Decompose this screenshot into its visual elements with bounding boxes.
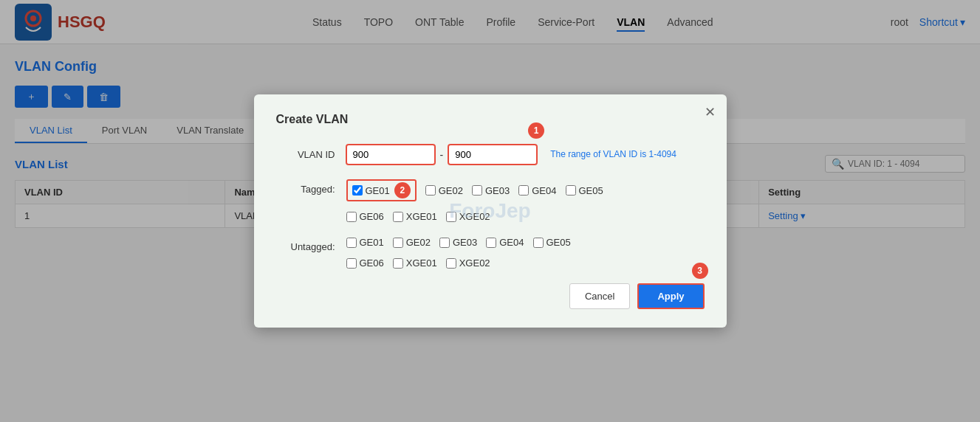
untagged-ge02[interactable]: GE02 bbox=[393, 237, 431, 248]
untagged-ge02-label: GE02 bbox=[406, 237, 431, 248]
untagged-ge04[interactable]: GE04 bbox=[486, 237, 524, 248]
apply-button[interactable]: Apply bbox=[637, 283, 704, 309]
untagged-ge03-checkbox[interactable] bbox=[439, 238, 450, 248]
untagged-xge02-label: XGE02 bbox=[459, 257, 490, 269]
tagged-label: Tagged: bbox=[276, 179, 335, 195]
tagged-row: Tagged: GE01 2 GE02 GE03 bbox=[276, 179, 705, 222]
untagged-xge01-label: XGE01 bbox=[406, 257, 437, 269]
tagged-ge05[interactable]: GE05 bbox=[566, 185, 603, 196]
tagged-ge02[interactable]: GE02 bbox=[425, 185, 463, 196]
untagged-ge02-checkbox[interactable] bbox=[393, 238, 403, 248]
untagged-xge01[interactable]: XGE01 bbox=[393, 257, 437, 269]
untagged-label: Untagged: bbox=[276, 237, 335, 252]
step2-badge: 2 bbox=[394, 182, 411, 198]
untagged-ge03[interactable]: GE03 bbox=[439, 237, 477, 248]
untagged-ge05-label: GE05 bbox=[546, 237, 571, 248]
tagged-ge06-label: GE06 bbox=[360, 211, 384, 222]
create-vlan-dialog: Create VLAN ✕ VLAN ID - 1 The range of V… bbox=[254, 94, 727, 328]
untagged-ge01[interactable]: GE01 bbox=[346, 237, 384, 248]
tagged-ge01-checkbox[interactable] bbox=[352, 185, 363, 196]
tagged-ge02-label: GE02 bbox=[439, 185, 463, 196]
vlan-id-start-input[interactable] bbox=[346, 145, 435, 165]
tagged-ge04-label: GE04 bbox=[532, 185, 556, 196]
untagged-xge02-checkbox[interactable] bbox=[446, 258, 456, 269]
vlan-id-label: VLAN ID bbox=[276, 145, 335, 160]
untagged-ge05-checkbox[interactable] bbox=[533, 238, 544, 248]
tagged-xge01[interactable]: XGE01 bbox=[393, 211, 437, 222]
step3-badge: 3 bbox=[692, 263, 708, 279]
tagged-checkbox-row: GE01 2 GE02 GE03 GE04 bbox=[346, 179, 705, 201]
untagged-ge06-checkbox[interactable] bbox=[346, 258, 357, 269]
tagged-ge05-label: GE05 bbox=[579, 185, 603, 196]
untagged-xge02[interactable]: XGE02 bbox=[446, 257, 490, 269]
vlan-id-group: - 1 bbox=[346, 145, 538, 165]
tagged-ge05-checkbox[interactable] bbox=[566, 185, 576, 196]
tagged-ge03[interactable]: GE03 bbox=[472, 185, 510, 196]
tagged-ge01-label: GE01 bbox=[366, 185, 390, 196]
tagged-xge01-label: XGE01 bbox=[406, 211, 437, 222]
tagged-checkbox-row-2: GE06 XGE01 XGE02 bbox=[346, 211, 705, 222]
untagged-ge04-label: GE04 bbox=[499, 237, 524, 248]
vlan-id-end-input[interactable] bbox=[448, 145, 537, 165]
untagged-ge06-label: GE06 bbox=[360, 257, 384, 269]
cancel-button[interactable]: Cancel bbox=[569, 283, 630, 309]
vlan-id-row: VLAN ID - 1 The range of VLAN ID is 1-40… bbox=[276, 145, 705, 165]
vlan-id-content: - 1 The range of VLAN ID is 1-4094 bbox=[346, 145, 705, 165]
untagged-xge01-checkbox[interactable] bbox=[393, 258, 403, 269]
tagged-xge02[interactable]: XGE02 bbox=[446, 211, 490, 222]
untagged-row: Untagged: GE01 GE02 GE03 bbox=[276, 237, 705, 269]
tagged-ge04[interactable]: GE04 bbox=[518, 185, 556, 196]
tagged-ge01[interactable]: GE01 2 bbox=[346, 179, 417, 201]
untagged-ge01-label: GE01 bbox=[360, 237, 384, 248]
tagged-ge03-checkbox[interactable] bbox=[472, 185, 482, 196]
apply-wrapper: Apply 3 bbox=[637, 283, 704, 309]
dialog-close-button[interactable]: ✕ bbox=[705, 106, 716, 119]
untagged-checkbox-row: GE01 GE02 GE03 GE04 bbox=[346, 237, 705, 248]
tagged-xge01-checkbox[interactable] bbox=[393, 212, 403, 222]
step1-badge: 1 bbox=[528, 122, 544, 139]
dialog-footer: Cancel Apply 3 bbox=[276, 283, 705, 309]
tagged-content: GE01 2 GE02 GE03 GE04 bbox=[346, 179, 705, 222]
untagged-ge03-label: GE03 bbox=[453, 237, 477, 248]
untagged-content: GE01 GE02 GE03 GE04 bbox=[346, 237, 705, 269]
untagged-ge06[interactable]: GE06 bbox=[346, 257, 384, 269]
tagged-ge02-checkbox[interactable] bbox=[425, 185, 436, 196]
vlan-range-hint: The range of VLAN ID is 1-4094 bbox=[550, 145, 676, 159]
tagged-xge02-label: XGE02 bbox=[459, 211, 490, 222]
tagged-ge03-label: GE03 bbox=[485, 185, 510, 196]
tagged-ge04-checkbox[interactable] bbox=[518, 185, 529, 196]
dialog-overlay: Create VLAN ✕ VLAN ID - 1 The range of V… bbox=[0, 0, 980, 422]
untagged-ge04-checkbox[interactable] bbox=[486, 238, 496, 248]
untagged-ge01-checkbox[interactable] bbox=[346, 238, 357, 248]
untagged-checkbox-row-2: GE06 XGE01 XGE02 bbox=[346, 257, 705, 269]
dash-separator: - bbox=[439, 149, 445, 161]
tagged-ge06-checkbox[interactable] bbox=[346, 212, 357, 222]
untagged-ge05[interactable]: GE05 bbox=[533, 237, 571, 248]
tagged-xge02-checkbox[interactable] bbox=[446, 212, 456, 222]
tagged-ge06[interactable]: GE06 bbox=[346, 211, 384, 222]
dialog-title: Create VLAN bbox=[276, 113, 705, 126]
